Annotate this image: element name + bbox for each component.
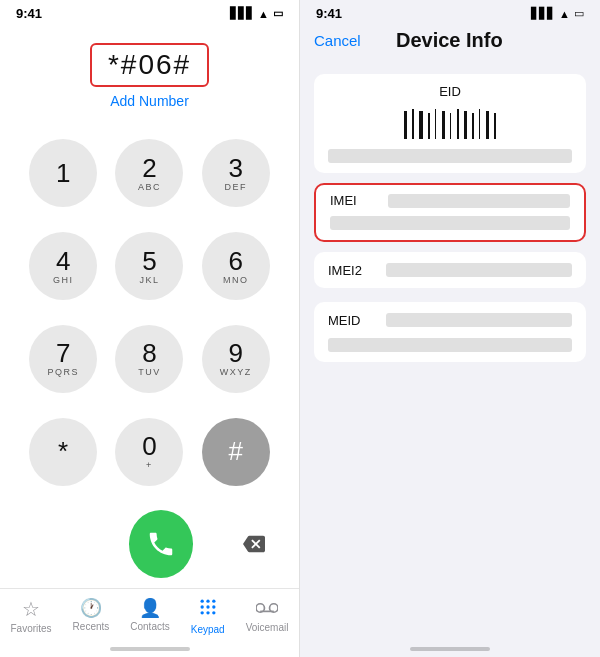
svg-point-7 <box>206 611 209 614</box>
call-button[interactable] <box>129 510 194 578</box>
nav-favorites[interactable]: ☆ Favorites <box>10 597 51 635</box>
imei-section: IMEI <box>314 183 586 242</box>
action-row <box>0 504 299 588</box>
nav-contacts[interactable]: 👤 Contacts <box>130 597 169 635</box>
key-8[interactable]: 8 TUV <box>115 325 183 393</box>
svg-point-0 <box>200 600 203 603</box>
battery-icon: ▭ <box>273 7 283 20</box>
keypad-icon <box>198 597 218 622</box>
status-bar-right: 9:41 ▋▋▋ ▲ ▭ <box>300 0 600 25</box>
key-hash-main: # <box>229 438 243 464</box>
status-icons-left: ▋▋▋ ▲ ▭ <box>230 7 283 20</box>
nav-recents[interactable]: 🕐 Recents <box>73 597 110 635</box>
nav-voicemail[interactable]: Voicemail <box>246 597 289 635</box>
barcode-row <box>314 103 586 149</box>
key-9[interactable]: 9 WXYZ <box>202 325 270 393</box>
dialer-number: *#06# <box>90 43 209 87</box>
time-right: 9:41 <box>316 6 342 21</box>
svg-point-2 <box>212 600 215 603</box>
nav-voicemail-label: Voicemail <box>246 622 289 633</box>
key-6[interactable]: 6 MNO <box>202 232 270 300</box>
key-4-sub: GHI <box>53 275 74 285</box>
imei2-section: IMEI2 <box>314 252 586 288</box>
nav-keypad-label: Keypad <box>191 624 225 635</box>
nav-favorites-label: Favorites <box>10 623 51 634</box>
page-title: Device Info <box>361 29 586 52</box>
home-indicator-left <box>110 647 190 651</box>
key-7-sub: PQRS <box>47 367 79 377</box>
meid-value <box>386 313 572 327</box>
nav-keypad[interactable]: Keypad <box>191 597 225 635</box>
key-6-sub: MNO <box>223 275 249 285</box>
nav-contacts-label: Contacts <box>130 621 169 632</box>
key-7[interactable]: 7 PQRS <box>29 325 97 393</box>
eid-section: EID <box>314 74 586 173</box>
key-1-main: 1 <box>56 160 70 186</box>
key-5[interactable]: 5 JKL <box>115 232 183 300</box>
dialer-panel: 9:41 ▋▋▋ ▲ ▭ *#06# Add Number 1 2 ABC 3 … <box>0 0 300 657</box>
svg-point-4 <box>206 605 209 608</box>
status-bar-left: 9:41 ▋▋▋ ▲ ▭ <box>0 0 299 25</box>
key-0-sub: + <box>146 460 153 470</box>
device-info-content: EID <box>300 60 600 643</box>
phone-icon <box>146 529 176 559</box>
key-2[interactable]: 2 ABC <box>115 139 183 207</box>
home-indicator-right <box>410 647 490 651</box>
contacts-icon: 👤 <box>139 597 161 619</box>
time-left: 9:41 <box>16 6 42 21</box>
key-star[interactable]: * <box>29 418 97 486</box>
key-8-main: 8 <box>142 340 156 366</box>
key-2-sub: ABC <box>138 182 161 192</box>
nav-recents-label: Recents <box>73 621 110 632</box>
svg-point-6 <box>200 611 203 614</box>
key-9-sub: WXYZ <box>220 367 252 377</box>
key-0-main: 0 <box>142 433 156 459</box>
battery-icon-right: ▭ <box>574 7 584 20</box>
barcode <box>404 109 496 139</box>
svg-point-3 <box>200 605 203 608</box>
svg-point-5 <box>212 605 215 608</box>
voicemail-icon <box>256 597 278 620</box>
key-4-main: 4 <box>56 248 70 274</box>
device-info-header: Cancel Device Info <box>300 25 600 60</box>
key-5-main: 5 <box>142 248 156 274</box>
device-info-panel: 9:41 ▋▋▋ ▲ ▭ Cancel Device Info EID <box>300 0 600 657</box>
svg-rect-11 <box>260 611 274 613</box>
add-number-link[interactable]: Add Number <box>110 93 189 109</box>
wifi-icon: ▲ <box>258 8 269 20</box>
imei2-label: IMEI2 <box>328 263 378 278</box>
imei2-value <box>386 263 572 277</box>
key-7-main: 7 <box>56 340 70 366</box>
delete-button[interactable] <box>233 522 275 566</box>
status-icons-right: ▋▋▋ ▲ ▭ <box>531 7 584 20</box>
imei-row: IMEI <box>316 185 584 216</box>
key-4[interactable]: 4 GHI <box>29 232 97 300</box>
svg-point-8 <box>212 611 215 614</box>
imei-label: IMEI <box>330 193 380 208</box>
key-8-sub: TUV <box>138 367 161 377</box>
meid-row: MEID <box>314 302 586 338</box>
svg-point-1 <box>206 600 209 603</box>
meid-section: MEID <box>314 302 586 362</box>
key-3-main: 3 <box>229 155 243 181</box>
eid-value <box>328 149 572 163</box>
cancel-button[interactable]: Cancel <box>314 32 361 49</box>
key-hash[interactable]: # <box>202 418 270 486</box>
keypad-grid: 1 2 ABC 3 DEF 4 GHI 5 JKL 6 MNO 7 PQRS <box>0 117 299 504</box>
backspace-icon <box>243 533 265 555</box>
bottom-nav: ☆ Favorites 🕐 Recents 👤 Contacts Keypad <box>0 588 299 645</box>
wifi-icon-right: ▲ <box>559 8 570 20</box>
imei2-row: IMEI2 <box>314 252 586 288</box>
recents-icon: 🕐 <box>80 597 102 619</box>
key-3[interactable]: 3 DEF <box>202 139 270 207</box>
key-1[interactable]: 1 <box>29 139 97 207</box>
key-0[interactable]: 0 + <box>115 418 183 486</box>
key-9-main: 9 <box>229 340 243 366</box>
key-6-main: 6 <box>229 248 243 274</box>
signal-icon-right: ▋▋▋ <box>531 7 555 20</box>
key-3-sub: DEF <box>225 182 248 192</box>
meid-label: MEID <box>328 313 378 328</box>
key-star-main: * <box>58 438 68 464</box>
key-2-main: 2 <box>142 155 156 181</box>
eid-label: EID <box>314 74 586 103</box>
